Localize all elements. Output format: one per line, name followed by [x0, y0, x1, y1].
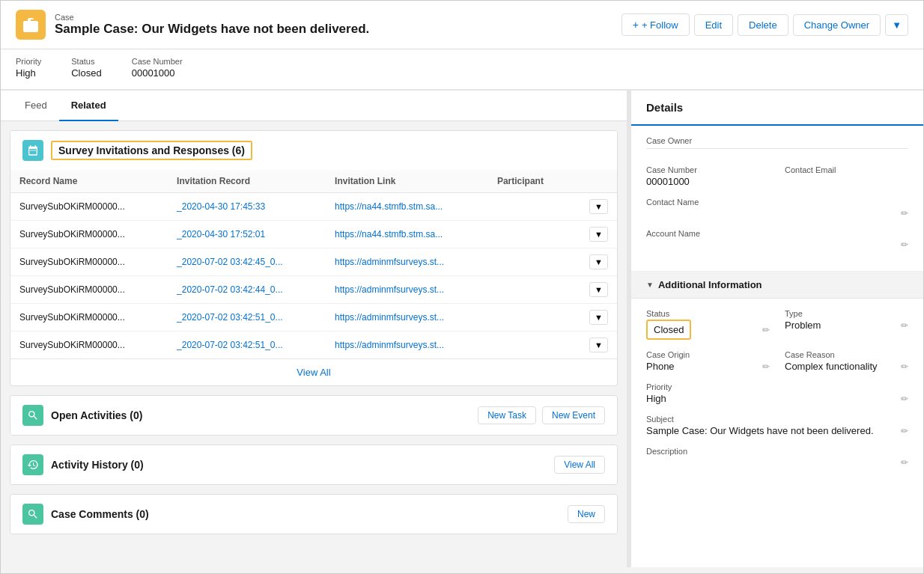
- case-icon: [16, 10, 46, 40]
- comments-icon: [22, 504, 43, 525]
- invitation-link-cell[interactable]: https://adminmfsurveys.st...: [326, 276, 488, 304]
- header-actions: + Follow Edit Delete Change Owner ▼: [621, 13, 908, 36]
- case-origin-value: Phone: [646, 361, 675, 372]
- table-row: SurveySubOKiRM00000... _2020-07-02 03:42…: [10, 332, 617, 359]
- priority-edit-icon[interactable]: ✏: [901, 394, 908, 404]
- col-participant: Participant: [488, 170, 571, 193]
- new-comment-button[interactable]: New: [568, 505, 605, 523]
- participant-cell: [488, 221, 571, 248]
- row-action-button[interactable]: ▼: [589, 254, 608, 269]
- survey-icon: [22, 140, 43, 161]
- row-action-button[interactable]: ▼: [589, 310, 608, 325]
- priority-value: High: [16, 67, 41, 79]
- priority-field-value: High: [646, 393, 666, 404]
- record-name-cell: SurveySubOKiRM00000...: [10, 248, 168, 276]
- status-label: Status: [71, 57, 101, 66]
- survey-section: Survey Invitations and Responses (6) Rec…: [10, 130, 618, 386]
- record-name-cell: SurveySubOKiRM00000...: [10, 332, 168, 359]
- type-field-value: Problem: [785, 320, 821, 331]
- table-row: SurveySubOKiRM00000... _2020-07-02 03:42…: [10, 276, 617, 304]
- col-invitation-record: Invitation Record: [168, 170, 326, 193]
- invitation-record-cell[interactable]: _2020-07-02 03:42:51_0...: [168, 332, 326, 359]
- history-icon: [22, 454, 43, 475]
- invitation-link-cell[interactable]: https://na44.stmfb.stm.sa...: [326, 193, 488, 221]
- activity-history-title: Activity History (0): [51, 459, 144, 471]
- table-row: SurveySubOKiRM00000... _2020-04-30 17:45…: [10, 193, 617, 221]
- table-row: SurveySubOKiRM00000... _2020-07-02 03:42…: [10, 248, 617, 276]
- status-field-label: Status: [646, 309, 770, 318]
- survey-section-title: Survey Invitations and Responses (6): [51, 141, 252, 160]
- invitation-record-cell[interactable]: _2020-07-02 03:42:44_0...: [168, 276, 326, 304]
- type-edit-icon[interactable]: ✏: [901, 320, 908, 331]
- right-panel: Details Case Owner Case Number 00001000: [631, 91, 923, 567]
- survey-view-all[interactable]: View All: [10, 358, 617, 385]
- record-name-cell: SurveySubOKiRM00000...: [10, 276, 168, 304]
- case-reason-value: Complex functionality: [785, 361, 878, 372]
- chevron-down-icon: ▼: [646, 281, 654, 289]
- col-record-name: Record Name: [10, 170, 168, 193]
- case-owner-section: Case Owner Case Number 00001000 Contact: [631, 126, 923, 272]
- more-actions-button[interactable]: ▼: [885, 14, 908, 36]
- case-number-label: Case Number: [132, 57, 183, 66]
- case-comments-title: Case Comments (0): [51, 508, 149, 520]
- subject-field-value: Sample Case: Our Widgets have not been d…: [646, 425, 874, 436]
- account-name-edit-icon[interactable]: ✏: [901, 239, 908, 250]
- status-field-value: Closed: [646, 320, 691, 340]
- row-action-button[interactable]: ▼: [589, 227, 608, 242]
- subject-edit-icon[interactable]: ✏: [901, 426, 908, 436]
- activity-history-section: Activity History (0) View All: [10, 445, 618, 485]
- invitation-record-cell[interactable]: _2020-04-30 17:45:33: [168, 193, 326, 221]
- tab-feed[interactable]: Feed: [13, 91, 59, 121]
- invitation-record-cell[interactable]: _2020-07-02 03:42:45_0...: [168, 248, 326, 276]
- invitation-link-cell[interactable]: https://adminmfsurveys.st...: [326, 332, 488, 359]
- invitation-link-cell[interactable]: https://adminmfsurveys.st...: [326, 248, 488, 276]
- survey-table: Record Name Invitation Record Invitation…: [10, 170, 617, 358]
- tab-bar: Feed Related: [1, 91, 627, 121]
- case-comments-section: Case Comments (0) New: [10, 494, 618, 534]
- participant-cell: [488, 248, 571, 276]
- case-number-detail-value: 00001000: [646, 176, 690, 187]
- follow-button[interactable]: + Follow: [621, 13, 690, 36]
- status-value: Closed: [71, 67, 101, 79]
- page-title: Sample Case: Our Widgets have not been d…: [55, 22, 369, 37]
- record-name-cell: SurveySubOKiRM00000...: [10, 304, 168, 332]
- row-action-button[interactable]: ▼: [589, 338, 608, 352]
- account-name-label: Account Name: [646, 229, 908, 238]
- description-field-label: Description: [646, 447, 908, 456]
- subject-field-label: Subject: [646, 415, 908, 424]
- contact-name-edit-icon[interactable]: ✏: [901, 208, 908, 219]
- row-action-button[interactable]: ▼: [589, 282, 608, 297]
- activity-view-all-button[interactable]: View All: [554, 456, 605, 474]
- delete-button[interactable]: Delete: [738, 14, 788, 36]
- type-field-label: Type: [785, 309, 908, 318]
- additional-info-header[interactable]: ▼ Additional Information: [631, 272, 923, 299]
- invitation-record-cell[interactable]: _2020-04-30 17:52:01: [168, 221, 326, 248]
- tab-related[interactable]: Related: [59, 91, 118, 121]
- case-origin-edit-icon[interactable]: ✏: [762, 361, 770, 372]
- description-edit-icon[interactable]: ✏: [901, 457, 908, 468]
- case-reason-edit-icon[interactable]: ✏: [901, 361, 908, 372]
- edit-button[interactable]: Edit: [694, 14, 733, 36]
- object-type-label: Case: [55, 13, 369, 22]
- open-activities-section: Open Activities (0) New Task New Event: [10, 395, 618, 436]
- open-activities-title: Open Activities (0): [51, 409, 142, 421]
- invitation-link-cell[interactable]: https://na44.stmfb.stm.sa...: [326, 221, 488, 248]
- new-event-button[interactable]: New Event: [542, 406, 605, 424]
- additional-fields: Status Closed ✏ Type Problem ✏: [631, 299, 923, 489]
- case-origin-label: Case Origin: [646, 350, 770, 359]
- row-action-button[interactable]: ▼: [589, 199, 608, 214]
- record-name-cell: SurveySubOKiRM00000...: [10, 221, 168, 248]
- participant-cell: [488, 276, 571, 304]
- invitation-link-cell[interactable]: https://adminmfsurveys.st...: [326, 304, 488, 332]
- participant-cell: [488, 193, 571, 221]
- status-edit-icon[interactable]: ✏: [762, 325, 770, 335]
- priority-field-label: Priority: [646, 382, 908, 391]
- invitation-record-cell[interactable]: _2020-07-02 03:42:51_0...: [168, 304, 326, 332]
- change-owner-button[interactable]: Change Owner: [793, 14, 881, 36]
- record-name-cell: SurveySubOKiRM00000...: [10, 193, 168, 221]
- table-row: SurveySubOKiRM00000... _2020-04-30 17:52…: [10, 221, 617, 248]
- priority-label: Priority: [16, 57, 41, 66]
- new-task-button[interactable]: New Task: [478, 406, 536, 424]
- case-reason-label: Case Reason: [785, 350, 908, 359]
- case-owner-label: Case Owner: [646, 136, 908, 145]
